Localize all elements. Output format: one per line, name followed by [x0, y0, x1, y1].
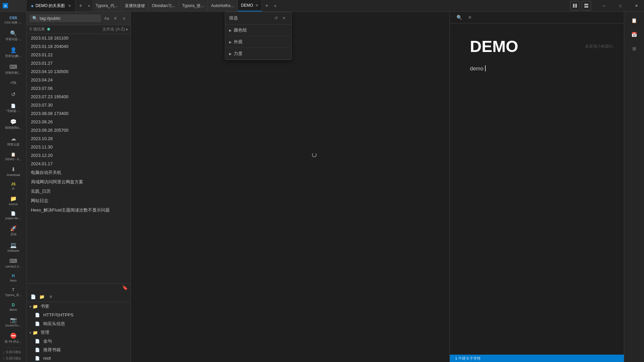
- file-item[interactable]: Hexo_解决Fluid主题阅读次数不显示问题: [27, 205, 130, 215]
- bookmark-header: 🔖: [27, 284, 130, 292]
- tab-overflow-right[interactable]: ▾: [272, 0, 279, 11]
- maximize-button[interactable]: □: [612, 0, 628, 12]
- search-case-btn[interactable]: Aa: [103, 15, 110, 22]
- activity-item-startup[interactable]: 🚀 启动: [0, 223, 27, 239]
- file-item[interactable]: 2023.01.22: [27, 51, 130, 59]
- file-item[interactable]: 2023.07.23 195400: [27, 93, 130, 101]
- file-item[interactable]: 2024.01.17: [27, 160, 130, 168]
- bookmark-add-file[interactable]: 📄: [30, 293, 37, 300]
- file-item[interactable]: 2023.09.26 205700: [27, 126, 130, 134]
- activity-divider: [5, 348, 21, 348]
- right-sidebar-btn-2[interactable]: 📅: [628, 28, 640, 41]
- file-item[interactable]: 2023.04.10 130500: [27, 67, 130, 76]
- bookmark-group-header-management[interactable]: ▾ 📁 管理: [27, 328, 130, 337]
- bookmark-add-folder[interactable]: 📁: [38, 293, 46, 300]
- activity-item-yuque[interactable]: 📄 yuque-de-...: [0, 208, 27, 223]
- tabs-area: ◈ DEMO 的关系图 ✕ + ▾ Typora_代... 直播快捷键 Obsi…: [27, 0, 568, 11]
- activity-item-hexo[interactable]: H hexo: [0, 271, 27, 285]
- filter-refresh-btn[interactable]: ↺: [273, 15, 279, 21]
- file-item[interactable]: 局域网访问阿里云网盘方案: [27, 177, 130, 187]
- file-item[interactable]: 2023.12.20: [27, 151, 130, 160]
- tab-close-demo[interactable]: ✕: [255, 3, 258, 8]
- tab-obsidian[interactable]: Obsidian习...: [149, 0, 179, 11]
- bookmark-item-label-root: root: [43, 356, 51, 361]
- tab-add-button[interactable]: +: [75, 0, 86, 11]
- layout-btn-2[interactable]: [582, 1, 591, 10]
- close-editor-btn[interactable]: ✕: [466, 13, 474, 21]
- tab-demo-graph[interactable]: ◈ DEMO 的关系图 ✕: [27, 0, 75, 11]
- windows-logo: ⊞: [3, 3, 8, 8]
- activity-item-carnac2[interactable]: ⌨ carnac2.3...: [0, 255, 27, 271]
- filter-close-btn[interactable]: ✕: [281, 15, 287, 21]
- tab-demo-active[interactable]: DEMO ✕: [238, 0, 262, 11]
- bookmark-item-root[interactable]: 📄 root: [27, 354, 130, 362]
- activity-item-demo-item[interactable]: D demo: [0, 300, 27, 314]
- filter-section-intensity[interactable]: ▶ 力度: [225, 48, 291, 60]
- file-item[interactable]: 2023.10.28: [27, 134, 130, 143]
- activity-item-screento[interactable]: 📷 ScreenTo-...: [0, 314, 27, 330]
- tab-add-right[interactable]: +: [262, 0, 272, 11]
- bookmark-item-response[interactable]: 📄 响应头信息: [27, 319, 130, 328]
- tab-typora-code[interactable]: Typora_代...: [92, 0, 121, 11]
- file-item[interactable]: 2023.01.18 161100: [27, 34, 130, 42]
- tab-label-typora-use: Typora_使...: [182, 3, 204, 9]
- activity-item-stopfb[interactable]: ⛔ 按 F8 停止...: [0, 330, 27, 347]
- close-button[interactable]: ✕: [629, 0, 644, 12]
- bookmark-icon[interactable]: 🔖: [122, 285, 128, 290]
- right-sidebar-btn-3[interactable]: ⊞: [628, 43, 640, 55]
- activity-item-demo0[interactable]: 📋 DEMO - 0...: [0, 149, 27, 164]
- search-clear-btn[interactable]: ✕: [112, 15, 119, 22]
- activity-item-css[interactable]: CSS CSS 动画 -...: [0, 13, 27, 27]
- activity-item-source[interactable]: 📁 source: [0, 193, 27, 208]
- sort-button[interactable]: 文件名 (A-Z) ▾: [102, 26, 128, 32]
- activity-item-login[interactable]: 👤 登录QQ帐...: [0, 44, 27, 61]
- search-filter-btn[interactable]: ≡: [120, 15, 128, 22]
- tab-shortcuts[interactable]: 直播快捷键: [121, 0, 149, 11]
- tab-autohot[interactable]: AutoHotKe...: [208, 0, 237, 11]
- activity-item-carnac[interactable]: ⌨ 控制列表(...: [0, 61, 27, 78]
- activity-item-refresh[interactable]: ↺: [0, 88, 27, 101]
- filter-section-color[interactable]: ▶ 颜色组: [225, 24, 291, 36]
- activity-label-talk: 谁谁使用a...: [5, 126, 21, 130]
- editor-content[interactable]: DEMO demo 未发现小标题行。: [450, 23, 624, 355]
- file-item[interactable]: 2023.07.30: [27, 101, 130, 109]
- middle-panel: 筛选 ↺ ✕ ▶ 颜色组 ▶ 外观 ▶ 力度: [131, 12, 449, 362]
- file-item[interactable]: 2023.07.06: [27, 84, 130, 93]
- file-item[interactable]: 电脑自动开关机: [27, 168, 130, 177]
- tab-overflow-button[interactable]: ▾: [86, 0, 92, 11]
- tab-typora-use[interactable]: Typora_使...: [179, 0, 208, 11]
- activity-item-download[interactable]: ⬇ Download: [0, 164, 27, 179]
- right-sidebar-btn-1[interactable]: 📋: [628, 14, 640, 26]
- activity-item-notitle[interactable]: 📄 "无标题 -...: [0, 101, 27, 116]
- activity-item-aliyun[interactable]: ☁ 阿里云盘: [0, 133, 27, 149]
- activity-item-talk[interactable]: 💬 谁谁使用a...: [0, 116, 27, 133]
- filter-section-appearance[interactable]: ▶ 外观: [225, 36, 291, 48]
- file-item[interactable]: 2023.11.30: [27, 143, 130, 151]
- bookmark-group-header-bookmarks[interactable]: ▾ 📁 书签: [27, 302, 130, 311]
- bookmark-item-quotes[interactable]: 📄 金句: [27, 337, 130, 346]
- file-item[interactable]: 2023.01.27: [27, 59, 130, 67]
- layout-btn-1[interactable]: [570, 1, 580, 10]
- file-item[interactable]: 实践_日历: [27, 187, 130, 196]
- file-item[interactable]: 2023.08.08 173400: [27, 109, 130, 118]
- bookmark-item-http[interactable]: 📄 HTTP与HTPPS: [27, 311, 130, 319]
- activity-item-pct[interactable]: <%: [0, 78, 27, 88]
- minimize-button[interactable]: ─: [596, 0, 612, 12]
- file-item[interactable]: 2023.08.26: [27, 118, 130, 126]
- search-input-wrap[interactable]: 🔍: [30, 14, 101, 22]
- bookmark-item-books[interactable]: 📄 推荐书籍: [27, 346, 130, 354]
- activity-label-aliyun: 阿里云盘: [7, 142, 19, 147]
- bookmark-remove[interactable]: ✕: [47, 293, 54, 300]
- tab-close-demo-graph[interactable]: ✕: [68, 4, 71, 8]
- activity-item-js[interactable]: JS js: [0, 179, 27, 193]
- search-editor-btn[interactable]: 🔍: [455, 13, 463, 21]
- activity-item-css-label: CSS 动画 -...: [4, 20, 22, 25]
- file-item[interactable]: 2023.01.18 204040: [27, 42, 130, 51]
- file-item[interactable]: 2023.04.24: [27, 76, 130, 84]
- activity-item-xuncha[interactable]: 🔍 寻茶问道-...: [0, 27, 27, 44]
- search-input[interactable]: [40, 16, 98, 21]
- activity-item-software[interactable]: 💻 Software: [0, 239, 27, 255]
- svg-rect-1: [575, 4, 577, 8]
- activity-item-typora[interactable]: T Typora_语...: [0, 285, 27, 300]
- file-item[interactable]: 网站日志: [27, 196, 130, 205]
